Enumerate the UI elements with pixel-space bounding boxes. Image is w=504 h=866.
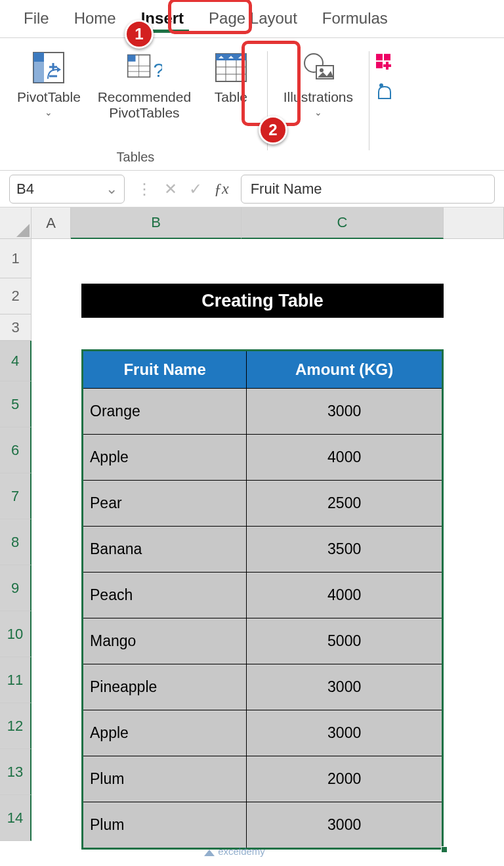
cell-amount[interactable]: 2500: [247, 480, 442, 526]
table-row: Apple4000: [83, 434, 442, 480]
selection-handle[interactable]: [441, 846, 448, 853]
cell-amount[interactable]: 3000: [247, 388, 442, 434]
header-fruit[interactable]: Fruit Name: [83, 351, 247, 388]
pivot-table-icon: [31, 50, 66, 85]
recommended-pivot-icon: ?: [127, 50, 162, 85]
col-A[interactable]: A: [32, 207, 71, 239]
table-row: Mango5000: [83, 618, 442, 664]
formula-input[interactable]: Fruit Name: [241, 175, 495, 204]
row-11[interactable]: 11: [0, 657, 32, 703]
row-5[interactable]: 5: [0, 381, 32, 427]
svg-rect-5: [128, 55, 136, 62]
row-9[interactable]: 9: [0, 565, 32, 611]
tab-file[interactable]: File: [21, 3, 52, 35]
pivot-table-button[interactable]: PivotTable ⌄: [12, 46, 86, 146]
row-4[interactable]: 4: [0, 341, 32, 381]
cell-fruit[interactable]: Orange: [83, 388, 247, 434]
col-next[interactable]: [444, 207, 504, 239]
select-all-corner[interactable]: [0, 207, 32, 239]
cell-amount[interactable]: 3000: [247, 802, 442, 848]
tab-formulas[interactable]: Formulas: [320, 3, 390, 35]
table-row: Pineapple3000: [83, 664, 442, 710]
addins-partial: [375, 46, 394, 170]
row-2[interactable]: 2: [0, 278, 32, 314]
get-addins-button[interactable]: [375, 53, 394, 72]
cell-fruit[interactable]: Plum: [83, 756, 247, 802]
cell-amount[interactable]: 3500: [247, 526, 442, 572]
row-10[interactable]: 10: [0, 611, 32, 657]
recommended-pivot-tables-button[interactable]: ? Recommended PivotTables: [89, 46, 200, 146]
illustrations-label: Illustrations: [284, 89, 353, 105]
my-addins-icon: [375, 83, 394, 102]
addins-icon: [375, 53, 394, 72]
cell-fruit[interactable]: Mango: [83, 618, 247, 664]
row-8[interactable]: 8: [0, 519, 32, 565]
formula-bar: B4 ⌄ ⋮ ✕ ✓ ƒx Fruit Name: [0, 171, 504, 207]
my-addins-button[interactable]: [375, 83, 394, 102]
ribbon: PivotTable ⌄ ? Recommended PivotTables: [0, 38, 504, 171]
row-12[interactable]: 12: [0, 703, 32, 749]
cell-amount[interactable]: 2000: [247, 756, 442, 802]
cell-fruit[interactable]: Pear: [83, 480, 247, 526]
row-6[interactable]: 6: [0, 427, 32, 473]
chevron-down-icon: ⌄: [45, 109, 52, 116]
table-row: Pear2500: [83, 480, 442, 526]
watermark: exceldemy: [203, 846, 265, 857]
enter-icon[interactable]: ✓: [189, 180, 202, 198]
table-row: Plum3000: [83, 802, 442, 848]
row-14[interactable]: 14: [0, 795, 32, 841]
cell-amount[interactable]: 3000: [247, 664, 442, 710]
cell-fruit[interactable]: Apple: [83, 710, 247, 756]
table-label: Table: [215, 89, 247, 105]
row-7[interactable]: 7: [0, 473, 32, 519]
tab-page-layout[interactable]: Page Layout: [206, 3, 300, 35]
cell-amount[interactable]: 4000: [247, 434, 442, 480]
row-13[interactable]: 13: [0, 749, 32, 795]
cell-amount[interactable]: 3000: [247, 710, 442, 756]
worksheet[interactable]: A B C 1 2 3 4 5 6 7 8 9 10 11 12 13 14 C…: [0, 207, 504, 866]
col-C[interactable]: C: [242, 207, 444, 239]
cell-fruit[interactable]: Banana: [83, 526, 247, 572]
svg-rect-24: [376, 62, 383, 68]
fx-icon[interactable]: ƒx: [214, 180, 229, 198]
svg-rect-2: [33, 62, 44, 83]
callout-badge-2: 2: [259, 116, 287, 144]
tab-home[interactable]: Home: [72, 3, 119, 35]
name-box[interactable]: B4 ⌄: [9, 175, 125, 204]
title-cell[interactable]: Creating Table: [81, 284, 444, 318]
header-amount[interactable]: Amount (KG): [247, 351, 442, 388]
svg-point-27: [379, 83, 383, 87]
cancel-icon[interactable]: ✕: [164, 180, 177, 198]
cell-fruit[interactable]: Peach: [83, 572, 247, 618]
illustrations-button[interactable]: Illustrations ⌄: [276, 46, 361, 146]
col-B[interactable]: B: [71, 207, 242, 239]
row-1[interactable]: 1: [0, 239, 32, 278]
cell-fruit[interactable]: Plum: [83, 802, 247, 848]
svg-rect-26: [383, 64, 391, 67]
group-illustrations: Illustrations ⌄: [273, 46, 364, 170]
illustrations-icon: [301, 50, 336, 85]
recommended-pt-label: Recommended PivotTables: [98, 89, 191, 121]
pivot-table-label: PivotTable: [17, 89, 81, 105]
table-row: Plum2000: [83, 756, 442, 802]
table-button[interactable]: Table: [203, 46, 259, 146]
formula-value: Fruit Name: [251, 181, 322, 198]
table-icon: [213, 50, 249, 85]
table-row: Orange3000: [83, 388, 442, 434]
separator-dots: ⋮: [136, 180, 152, 198]
cell-fruit[interactable]: Pineapple: [83, 664, 247, 710]
cell-amount[interactable]: 4000: [247, 572, 442, 618]
svg-text:?: ?: [153, 59, 162, 81]
svg-rect-22: [376, 54, 383, 60]
cell-fruit[interactable]: Apple: [83, 434, 247, 480]
table-row: Apple3000: [83, 710, 442, 756]
callout-badge-1: 1: [125, 20, 154, 49]
data-table[interactable]: Fruit Name Amount (KG) Orange3000 Apple4…: [81, 349, 444, 850]
table-header-row: Fruit Name Amount (KG): [83, 351, 442, 388]
group-tables-label: Tables: [117, 146, 155, 170]
row-3[interactable]: 3: [0, 314, 32, 341]
cell-amount[interactable]: 5000: [247, 618, 442, 664]
column-headers: A B C: [32, 207, 504, 239]
table-row: Peach4000: [83, 572, 442, 618]
separator: [369, 51, 369, 150]
